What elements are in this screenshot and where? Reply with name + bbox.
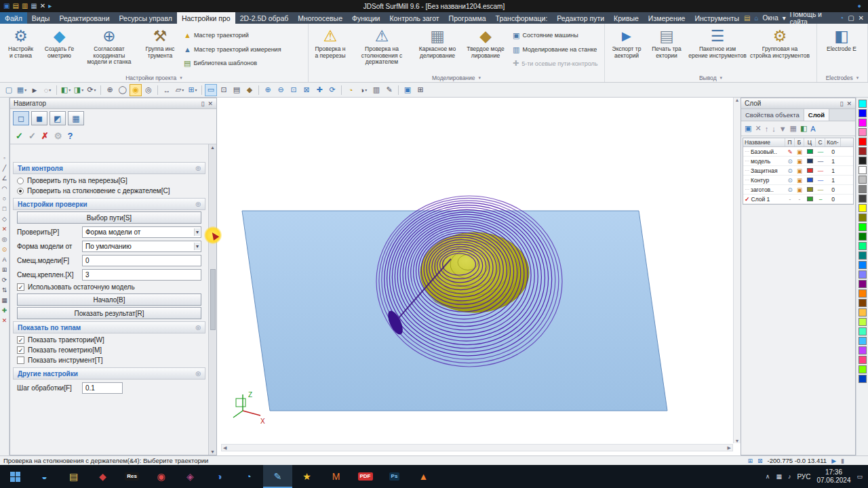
palette-color-29[interactable] [859,365,867,373]
zoom-window[interactable]: ⊡ [288,84,300,96]
lock-icon[interactable]: ▣ [795,177,804,184]
help-circle-icon[interactable]: ◔ [840,14,844,22]
render-mode[interactable]: ◑ [357,84,370,96]
select-path[interactable]: ▭ [205,84,217,96]
palette-color-30[interactable] [859,375,867,383]
navigator-scrollbar[interactable]: ▲▼ [208,144,216,455]
zoom-fit[interactable]: ⊠ [300,84,313,96]
show-result-button[interactable]: Показать результат[R] [17,307,201,319]
app-red[interactable]: ◆ [88,465,117,488]
palette-color-18[interactable] [859,261,867,269]
collapse-icon[interactable]: ◎ [195,324,201,331]
edge-browser[interactable]: ◑ [205,465,234,488]
group-options-icon[interactable]: ▾ [479,75,481,81]
draw-circle[interactable]: ○ [3,195,6,202]
tray-volume-icon[interactable]: ♪ [788,473,791,480]
lock-icon[interactable]: ▣ [795,186,804,193]
vlc-app[interactable]: ▲ [409,465,438,488]
palette-color-17[interactable] [859,251,867,260]
palette-color-27[interactable] [859,346,867,354]
surfmill-app[interactable]: ✎ [263,465,292,488]
palette-color-6[interactable] [859,147,867,155]
line-style-icon[interactable]: — [816,158,825,165]
holder-collision-check[interactable]: ⚠Проверка на столкновения с держателем [351,26,413,73]
palette-color-28[interactable] [859,356,867,364]
draw-point[interactable]: ◦ [3,155,5,161]
array-tool[interactable]: ⊞ [2,266,7,273]
view-top[interactable]: ◨ [73,84,85,96]
electrode-export[interactable]: ◧Electrode E [819,26,864,73]
collapse-icon[interactable]: ◎ [195,165,201,171]
layer-row-2[interactable]: ⋯модель⊙▣—1 [743,157,853,166]
mail-app[interactable]: M [321,465,351,488]
menu-item-7[interactable]: Многоосевые [293,12,347,24]
palette-color-12[interactable] [859,204,867,212]
pick-filter[interactable]: ◌ [41,84,54,96]
palette-color-11[interactable] [859,195,867,203]
palette-color-4[interactable] [859,128,867,136]
line-style-icon[interactable]: — [816,177,825,184]
doc-status-icon[interactable]: ▮ [841,458,844,464]
radio-icon[interactable] [17,178,24,184]
layer-row-1[interactable]: ⋯Базовый..✎▣—0 [743,147,853,157]
residual-model-checkbox[interactable]: ✓ Использовать остаточную модель [12,282,207,292]
palette-color-24[interactable] [859,318,867,326]
lock-icon[interactable]: ▣ [795,148,804,155]
zoom-in[interactable]: ⊕ [262,84,274,96]
checkbox-icon[interactable]: ✓ [17,346,24,354]
line-style-icon[interactable]: — [816,186,825,193]
new-file[interactable]: ▢ [3,84,15,96]
solid-simulation[interactable]: ◆Твердое моде лирование [462,26,509,73]
layers-tab-2[interactable]: Слой [804,109,829,121]
palette-color-21[interactable] [859,289,867,298]
palette-color-7[interactable] [859,157,867,165]
help-menu[interactable]: Помощь и сайта [790,11,835,26]
new-layer[interactable]: ▣ [745,124,751,133]
confirm-button[interactable]: ✓ [28,131,36,141]
rotate-tool[interactable]: ⟳ [2,277,7,283]
gouge-check[interactable]: ⚠Проверка н а перерезы [311,26,350,73]
visibility-icon[interactable]: ⊙ [785,158,795,165]
palette-color-26[interactable] [859,337,867,345]
column-header-3[interactable]: Б [795,138,804,146]
layer-color-swatch[interactable] [804,197,816,201]
layer-color-swatch[interactable] [804,168,816,173]
safari-browser[interactable]: ◔ [234,465,263,488]
target-tool[interactable]: ⊙ [2,246,7,253]
home-icon[interactable]: ⌂ [754,14,758,22]
menu-item-6[interactable]: 2D-2.5D обраб [235,12,294,24]
text-tool[interactable]: A [2,256,6,263]
plane-tool[interactable]: ▱ [174,84,186,96]
column-header-5[interactable]: С [816,138,825,146]
shade-circle[interactable]: ◉ [130,84,142,96]
palette-color-20[interactable] [859,280,867,288]
model-shape-dropdown[interactable]: По умолчанию [82,241,201,252]
clock[interactable]: 17:36 07.06.2024 [816,468,850,485]
view-cube-outline[interactable]: ◻ [13,111,29,125]
visibility-icon[interactable]: - [785,196,795,203]
print-toolpath[interactable]: ▤Печать тра ектории [647,26,686,73]
clip-plane[interactable]: ▥ [370,84,382,96]
layer-color-swatch[interactable] [804,178,816,182]
view-table[interactable]: ▦ [68,111,84,125]
material[interactable]: ◆ [243,84,256,96]
snap-status-icon[interactable]: ⊠ [757,458,763,464]
delete-red[interactable]: ✕ [2,317,7,324]
show-toolpaths-checkbox[interactable]: ✓ Показать траектории[W] [12,335,207,345]
center-view[interactable]: ⊕ [104,84,116,96]
machine-state[interactable]: ▣Состояние машины [513,31,598,40]
collapse-icon[interactable]: ◎ [195,370,201,377]
machine-settings[interactable]: ⚙Настройк и станка [2,26,39,73]
section-other-settings[interactable]: Другие настройки ◎ [13,367,205,380]
visibility-icon[interactable]: ⊙ [785,186,795,193]
hatch-tool[interactable]: ▦ [1,297,7,304]
star-app[interactable]: ★ [292,465,321,488]
menu-item-1[interactable]: Файл [0,12,27,24]
lock-icon[interactable]: ▣ [795,167,804,174]
check-mode-dropdown[interactable]: Форма модели от [82,226,201,238]
delete-icon[interactable]: ✕ [40,2,45,10]
orbit-tool[interactable]: ◎ [2,236,7,243]
menu-item-15[interactable]: Инструменты [690,12,743,24]
text-attr[interactable]: A [810,125,815,133]
visibility-icon[interactable]: ⊙ [785,177,795,184]
